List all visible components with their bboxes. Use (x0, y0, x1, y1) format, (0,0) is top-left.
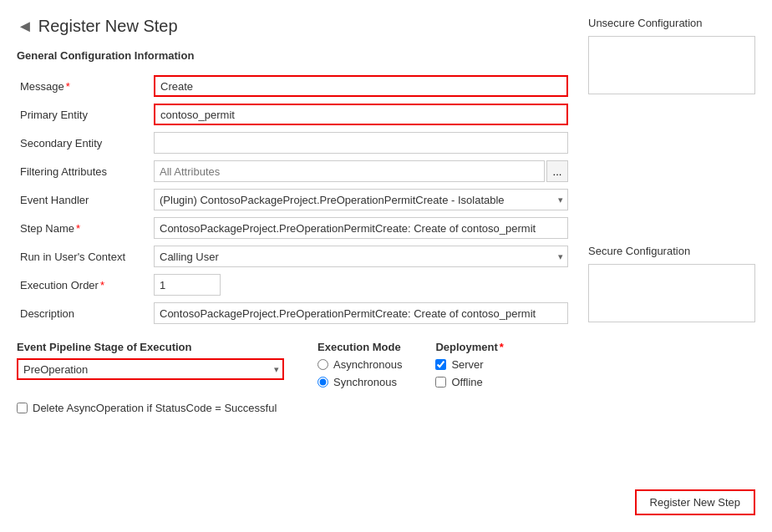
deployment-server-item[interactable]: Server (435, 358, 503, 371)
execution-mode-synchronous-radio[interactable] (317, 377, 328, 388)
execution-mode-label: Execution Mode (317, 341, 402, 353)
run-in-users-context-label: Run in User's Context (17, 242, 150, 271)
step-name-input-cell (150, 214, 571, 242)
register-btn-container: Register New Step (588, 489, 755, 515)
execution-order-input-cell (150, 271, 571, 299)
bottom-section: Event Pipeline Stage of Execution PreOpe… (17, 341, 571, 388)
deployment-offline-label: Offline (451, 376, 482, 388)
execution-mode-asynchronous-radio[interactable] (317, 359, 328, 370)
event-handler-label: Event Handler (17, 185, 150, 214)
execution-mode-synchronous-item[interactable]: Synchronous (317, 376, 402, 388)
spacer-2 (588, 342, 755, 473)
pipeline-stage-select[interactable]: PreOperation PostOperation PreValidation (17, 358, 284, 380)
pipeline-stage-select-wrapper: PreOperation PostOperation PreValidation… (17, 358, 284, 380)
secure-config-textarea[interactable] (588, 264, 755, 322)
page-title-container: ◄ Register New Step (17, 17, 571, 36)
message-label: Message* (17, 72, 150, 100)
execution-mode-section: Execution Mode Asynchronous Synchronous (317, 341, 402, 388)
primary-entity-input-cell (150, 100, 571, 129)
filtering-attributes-input[interactable] (154, 160, 545, 182)
page-title: Register New Step (38, 17, 178, 36)
description-input[interactable] (154, 302, 568, 324)
execution-order-row: Execution Order* (17, 271, 571, 299)
deployment-server-label: Server (451, 358, 483, 371)
execution-mode-radio-group: Asynchronous Synchronous (317, 358, 402, 388)
main-section: ◄ Register New Step General Configuratio… (17, 17, 571, 515)
step-name-row: Step Name* (17, 214, 571, 242)
right-section: Unsecure Configuration Secure Configurat… (588, 17, 755, 515)
primary-entity-input[interactable] (154, 104, 568, 125)
delete-async-checkbox[interactable] (17, 403, 28, 413)
register-new-step-button[interactable]: Register New Step (635, 489, 755, 515)
deployment-server-checkbox[interactable] (435, 359, 446, 370)
secure-config-section: Secure Configuration (588, 245, 755, 325)
pipeline-stage-section: Event Pipeline Stage of Execution PreOpe… (17, 341, 284, 380)
run-in-users-context-row: Run in User's Context Calling User ▾ (17, 242, 571, 271)
right-section-inner: Unsecure Configuration Secure Configurat… (588, 17, 755, 515)
delete-async-section: Delete AsyncOperation if StatusCode = Su… (17, 402, 571, 414)
execution-mode-asynchronous-item[interactable]: Asynchronous (317, 358, 402, 371)
back-arrow-icon[interactable]: ◄ (17, 17, 33, 36)
secondary-entity-input[interactable] (154, 132, 568, 154)
filtering-attributes-group: ... (154, 160, 568, 182)
description-row: Description (17, 299, 571, 327)
execution-mode-synchronous-label: Synchronous (333, 376, 397, 388)
run-in-users-context-select[interactable]: Calling User (154, 246, 568, 267)
primary-entity-row: Primary Entity (17, 100, 571, 129)
event-handler-input-cell: (Plugin) ContosoPackageProject.PreOperat… (150, 185, 571, 214)
step-name-label: Step Name* (17, 214, 150, 242)
execution-order-input[interactable] (154, 274, 221, 296)
description-input-cell (150, 299, 571, 327)
unsecure-config-section: Unsecure Configuration (588, 17, 755, 97)
spacer (588, 114, 755, 245)
filtering-attributes-label: Filtering Attributes (17, 157, 150, 185)
primary-entity-label: Primary Entity (17, 100, 150, 129)
execution-mode-asynchronous-label: Asynchronous (333, 358, 402, 371)
filtering-attributes-btn[interactable]: ... (546, 160, 568, 182)
deployment-offline-checkbox[interactable] (435, 377, 446, 388)
form-table: Message* Primary Entity Secondary Entity (17, 72, 571, 327)
description-label: Description (17, 299, 150, 327)
deployment-section: Deployment* Server Offline (435, 341, 503, 388)
execution-order-label: Execution Order* (17, 271, 150, 299)
message-input-cell (150, 72, 571, 100)
secondary-entity-row: Secondary Entity (17, 129, 571, 157)
deployment-label: Deployment* (435, 341, 503, 353)
pipeline-stage-label: Event Pipeline Stage of Execution (17, 341, 284, 353)
delete-async-label: Delete AsyncOperation if StatusCode = Su… (33, 402, 277, 414)
event-handler-select-wrapper: (Plugin) ContosoPackageProject.PreOperat… (154, 189, 568, 210)
unsecure-config-textarea[interactable] (588, 36, 755, 94)
secondary-entity-label: Secondary Entity (17, 129, 150, 157)
message-input[interactable] (154, 75, 568, 97)
step-name-input[interactable] (154, 217, 568, 239)
general-config-label: General Configuration Information (17, 49, 571, 62)
secure-config-title: Secure Configuration (588, 245, 755, 257)
unsecure-config-title: Unsecure Configuration (588, 17, 755, 29)
run-in-users-context-input-cell: Calling User ▾ (150, 242, 571, 271)
filtering-attributes-input-cell: ... (150, 157, 571, 185)
filtering-attributes-row: Filtering Attributes ... (17, 157, 571, 185)
event-handler-row: Event Handler (Plugin) ContosoPackagePro… (17, 185, 571, 214)
secondary-entity-input-cell (150, 129, 571, 157)
run-in-users-context-select-wrapper: Calling User ▾ (154, 246, 568, 267)
message-row: Message* (17, 72, 571, 100)
event-handler-select[interactable]: (Plugin) ContosoPackageProject.PreOperat… (154, 189, 568, 210)
deployment-offline-item[interactable]: Offline (435, 376, 503, 388)
deployment-checkbox-group: Server Offline (435, 358, 503, 388)
